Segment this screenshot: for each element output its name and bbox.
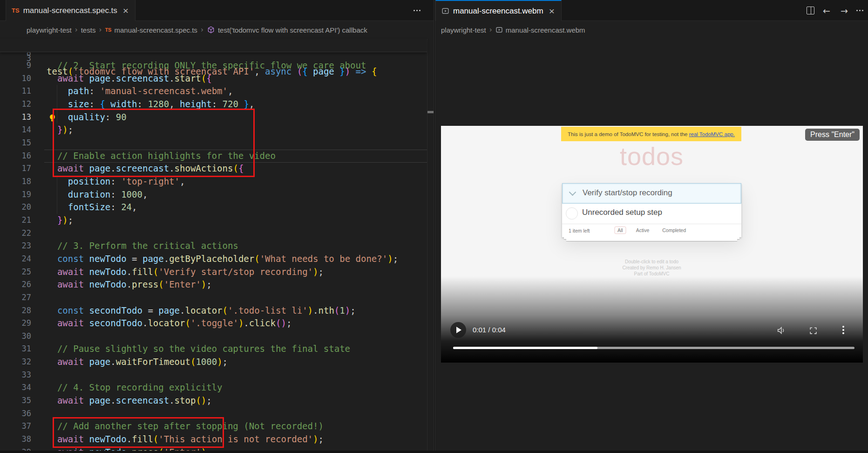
line-number[interactable]: 37 <box>0 420 31 433</box>
line-number[interactable]: 21 <box>0 214 31 227</box>
filter-all: All <box>614 226 626 234</box>
code-text: const newTodo = page.getByPlaceholder('W… <box>47 253 398 266</box>
code-line-35[interactable]: 35 await page.screencast.stop(); <box>0 394 427 407</box>
breadcrumb-item-label: manual-screencast.webm <box>506 26 585 34</box>
tab-manual-screencast-spec-ts[interactable]: TS manual-screencast.spec.ts × <box>6 0 136 21</box>
line-number[interactable]: 26 <box>0 278 31 291</box>
code-text: position: 'top-right', <box>47 175 185 188</box>
tab-label: manual-screencast.webm <box>453 7 543 16</box>
breadcrumb-item[interactable]: playwright-test <box>441 26 486 34</box>
code-line-22[interactable]: 22 <box>0 227 427 240</box>
video-player[interactable]: This is just a demo of TodoMVC for testi… <box>441 126 863 363</box>
line-number[interactable]: 24 <box>0 253 31 266</box>
code-line-30[interactable]: 30 <box>0 330 427 343</box>
line-number[interactable]: 12 <box>0 98 31 111</box>
line-number[interactable]: 31 <box>0 343 31 356</box>
line-number[interactable]: 16 <box>0 150 31 163</box>
line-number[interactable]: 14 <box>0 124 31 137</box>
typescript-file-icon: TS <box>12 7 20 14</box>
video-progress-bar[interactable] <box>453 347 854 349</box>
hint-text: Double-click to edit a todo <box>562 259 741 265</box>
line-number[interactable]: 29 <box>0 317 31 330</box>
line-number[interactable]: 13 <box>0 111 31 124</box>
editor-pane-code: TS manual-screencast.spec.ts × playwrigh… <box>0 0 434 453</box>
more-actions-icon[interactable] <box>856 10 863 11</box>
breadcrumb-item[interactable]: tests <box>81 26 96 34</box>
code-line-32[interactable]: 32 await page.waitForTimeout(1000); <box>0 356 427 369</box>
line-number[interactable]: 17 <box>0 162 31 175</box>
code-line-11[interactable]: 11 path: 'manual-screencast.webm', <box>0 85 427 98</box>
code-line-29[interactable]: 29 await secondTodo.locator('.toggle').c… <box>0 317 427 330</box>
line-number[interactable]: 36 <box>0 407 31 420</box>
code-line-31[interactable]: 31 // Pause slightly so the video captur… <box>0 343 427 356</box>
scrollbar-track[interactable] <box>427 39 427 451</box>
code-line-27[interactable]: 27 <box>0 291 427 304</box>
typescript-file-icon: TS <box>105 27 111 33</box>
breadcrumb-item[interactable]: test('todomvc flow with screencast API')… <box>207 26 367 34</box>
breadcrumb-item[interactable]: TSmanual-screencast.spec.ts <box>105 26 197 34</box>
code-text: await page.waitForTimeout(1000); <box>47 356 228 369</box>
video-file-icon <box>495 26 503 34</box>
close-tab-icon[interactable]: × <box>122 6 129 15</box>
breadcrumb-separator-icon: › <box>75 26 78 34</box>
tab-manual-screencast-webm[interactable]: manual-screencast.webm × <box>435 0 562 21</box>
todo-toggle-icon <box>566 207 578 220</box>
code-line-26[interactable]: 26 await newTodo.press('Enter'); <box>0 278 427 291</box>
line-number[interactable]: 28 <box>0 304 31 317</box>
card-stack-decoration <box>566 239 737 241</box>
breadcrumb-item-label: tests <box>81 26 96 34</box>
code-line-18[interactable]: 18 position: 'top-right', <box>0 175 427 188</box>
code-line-20[interactable]: 20 fontSize: 24, <box>0 201 427 214</box>
breadcrumb-item[interactable]: manual-screencast.webm <box>495 26 585 34</box>
video-overflow-menu-icon[interactable] <box>842 326 844 334</box>
line-number[interactable]: 19 <box>0 188 31 201</box>
breadcrumb-item[interactable]: playwright-test <box>27 26 72 34</box>
navigate-back-icon[interactable]: ← <box>821 6 832 16</box>
left-tab-bar: TS manual-screencast.spec.ts × <box>0 0 434 21</box>
code-line-28[interactable]: 28 const secondTodo = page.locator('.tod… <box>0 304 427 317</box>
items-left-count: 1 item left <box>569 228 590 233</box>
overview-ruler-cursor-marker <box>427 111 434 113</box>
code-line-34[interactable]: 34 // 4. Stop recording explicitly <box>0 381 427 394</box>
code-line-25[interactable]: 25 await newTodo.fill('Verify start/stop… <box>0 266 427 279</box>
code-text: path: 'manual-screencast.webm', <box>47 85 233 98</box>
line-number[interactable]: 35 <box>0 394 31 407</box>
sticky-scroll-line[interactable]: 3 test('todomvc flow with screencast API… <box>0 39 427 52</box>
volume-icon[interactable] <box>776 325 787 337</box>
line-number[interactable]: 33 <box>0 369 31 382</box>
code-line-21[interactable]: 21 }); <box>0 214 427 227</box>
line-number[interactable]: 34 <box>0 381 31 394</box>
close-tab-icon[interactable]: × <box>548 6 556 16</box>
code-line-33[interactable]: 33 <box>0 369 427 382</box>
symbol-method-icon <box>207 26 215 34</box>
line-number[interactable]: 20 <box>0 201 31 214</box>
code-line-23[interactable]: 23 // 3. Perform the critical actions <box>0 240 427 253</box>
line-number[interactable]: 32 <box>0 356 31 369</box>
line-number[interactable]: 27 <box>0 291 31 304</box>
split-editor-icon[interactable] <box>807 7 814 14</box>
line-number[interactable]: 30 <box>0 330 31 343</box>
code-editor[interactable]: 89 // 2. Start recording ONLY the specif… <box>0 39 434 453</box>
code-line-24[interactable]: 24 const newTodo = page.getByPlaceholder… <box>0 253 427 266</box>
play-button[interactable] <box>450 322 466 338</box>
code-line-19[interactable]: 19 duration: 1000, <box>0 188 427 201</box>
fullscreen-icon[interactable] <box>809 326 818 337</box>
breadcrumb-item-label: manual-screencast.spec.ts <box>114 26 197 34</box>
line-number[interactable]: 25 <box>0 266 31 279</box>
breadcrumb-item-label: test('todomvc flow with screencast API')… <box>218 26 367 34</box>
line-number[interactable]: 18 <box>0 175 31 188</box>
line-number[interactable]: 15 <box>0 137 31 150</box>
line-number[interactable]: 23 <box>0 240 31 253</box>
code-text: await page.screencast.stop(); <box>47 394 212 407</box>
breadcrumb-item-label: playwright-test <box>27 26 72 34</box>
todomvc-link: real TodoMVC app. <box>689 131 735 137</box>
tab-bar-more-actions-icon[interactable] <box>414 10 420 11</box>
navigate-forward-icon[interactable]: → <box>839 6 850 16</box>
line-number[interactable]: 22 <box>0 227 31 240</box>
video-file-icon <box>441 7 449 15</box>
breadcrumb-item-label: playwright-test <box>441 26 486 34</box>
breadcrumb-separator-icon: › <box>201 26 203 34</box>
todo-footer: 1 item left AllActiveCompleted <box>562 224 741 237</box>
new-todo-text: Verify start/stop recording <box>583 188 672 198</box>
line-number[interactable]: 38 <box>0 433 31 446</box>
